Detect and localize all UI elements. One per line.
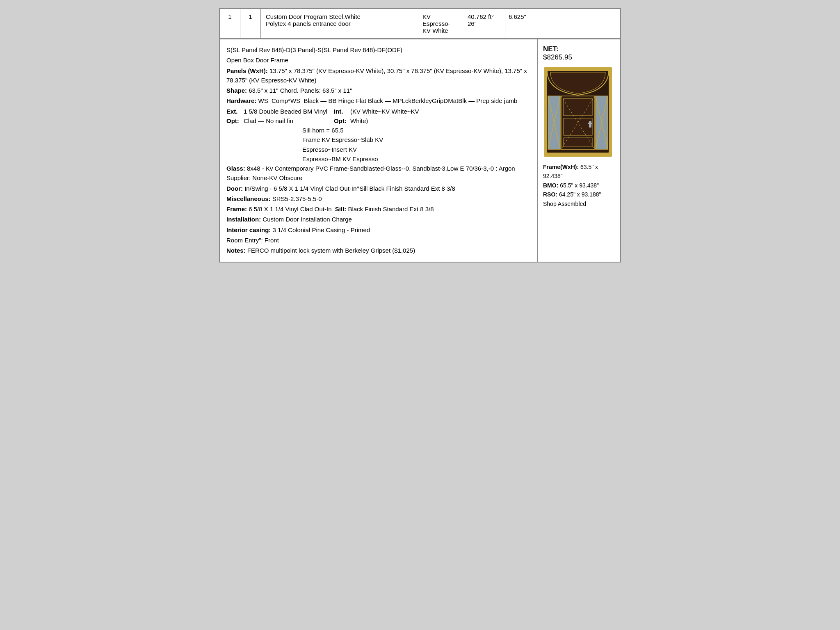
notes-line: Notes: FERCO multipoint lock system with… bbox=[226, 246, 531, 255]
door-line: Door: In/Swing - 6 5/8 X 1 1/4 Vinyl Cla… bbox=[226, 184, 531, 193]
svg-rect-11 bbox=[564, 138, 592, 147]
panels-line: Panels (WxH): 13.75" x 78.375" (KV Espre… bbox=[226, 66, 531, 85]
shop-assembled: Shop Assembled bbox=[543, 199, 615, 208]
glass-value: 8x48 - Kv Contemporary PVC Frame-Sandbla… bbox=[226, 165, 515, 181]
frame-wxh: Frame(WxH): 63.5" x 92.438" bbox=[543, 162, 615, 181]
finish-column: KV Espresso- KV White bbox=[419, 9, 464, 38]
ext-int-row: Ext. 1 5/8 Double Beaded BM Vinyl Int. (… bbox=[226, 107, 531, 116]
spec-line1: S(SL Panel Rev 848)-D(3 Panel)-S(SL Pane… bbox=[226, 45, 531, 55]
door-label: Door: bbox=[226, 185, 243, 192]
shape-line: Shape: 63.5" x 11" Chord. Panels: 63.5" … bbox=[226, 86, 531, 95]
frame-label: Frame: bbox=[226, 205, 247, 212]
side-info: Frame(WxH): 63.5" x 92.438" BMO: 65.5" x… bbox=[543, 162, 615, 208]
order-page: 1 1 Custom Door Program Steel.White Poly… bbox=[219, 8, 621, 262]
net-label: NET: bbox=[543, 45, 559, 53]
bmo-value: 65.5" x 93.438" bbox=[560, 182, 599, 189]
frame-sill-line: Frame: 6 5/8 X 1 1/4 Vinyl Clad Out-In S… bbox=[226, 204, 531, 214]
sill-horn-line: Sill horn = 65.5 bbox=[226, 126, 531, 135]
side-panel: NET: $8265.95 bbox=[538, 39, 620, 262]
panels-value: 13.75" x 78.375" (KV Espresso-KV White),… bbox=[226, 67, 527, 84]
opt-label: Opt: bbox=[226, 116, 244, 126]
interior-casing-line: Interior casing: 3 1/4 Colonial Pine Cas… bbox=[226, 225, 531, 235]
rso-value: 64.25" x 93.188" bbox=[559, 191, 601, 198]
misc-line: Miscellaneous: SRS5-2.375-5.5-0 bbox=[226, 194, 531, 203]
panels-label: Panels (WxH): bbox=[226, 67, 268, 74]
row-number-1: 1 bbox=[220, 9, 240, 38]
svg-rect-10 bbox=[564, 118, 592, 135]
detail-section: S(SL Panel Rev 848)-D(3 Panel)-S(SL Pane… bbox=[220, 39, 538, 262]
int-label: Int. bbox=[334, 107, 350, 116]
shape-label: Shape: bbox=[226, 87, 247, 94]
notes-label: Notes: bbox=[226, 247, 246, 254]
sill-label: Sill: bbox=[335, 205, 347, 212]
glass-line: Glass: 8x48 - Kv Contemporary PVC Frame-… bbox=[226, 164, 531, 183]
spec-line2: Open Box Door Frame bbox=[226, 55, 531, 65]
frame-value: 6 5/8 X 1 1/4 Vinyl Clad Out-In bbox=[249, 205, 331, 212]
opt-row: Opt: Clad — No nail fin Opt: White) bbox=[226, 116, 531, 126]
room-entry-line: Room Entry": Front bbox=[226, 235, 531, 245]
int-value: (KV White~KV White~KV bbox=[350, 107, 419, 116]
door-value: In/Swing - 6 5/8 X 1 1/4 Vinyl Clad Out-… bbox=[244, 185, 455, 192]
rso-label: RSO: bbox=[543, 191, 557, 198]
opt2-value: White) bbox=[350, 116, 368, 126]
hardware-value: WS_Comp*WS_Black — BB Hinge Flat Black —… bbox=[258, 97, 518, 104]
net-value: $8265.95 bbox=[543, 53, 572, 62]
shape-value: 63.5" x 11" Chord. Panels: 63.5" x 11" bbox=[249, 87, 352, 94]
opt-value: Clad — No nail fin bbox=[244, 116, 334, 126]
header-row: 1 1 Custom Door Program Steel.White Poly… bbox=[220, 9, 620, 39]
bmo-label: BMO: bbox=[543, 182, 558, 189]
svg-rect-13 bbox=[588, 123, 592, 124]
install-line: Installation: Custom Door Installation C… bbox=[226, 215, 531, 224]
ext-value: 1 5/8 Double Beaded BM Vinyl bbox=[244, 107, 334, 116]
frame-kv-line: Frame KV Espresso~Slab KV bbox=[226, 135, 531, 144]
ext-label: Ext. bbox=[226, 107, 244, 116]
misc-label: Miscellaneous: bbox=[226, 195, 271, 202]
sill-value: Black Finish Standard Ext 8 3/8 bbox=[348, 205, 434, 212]
bmo: BMO: 65.5" x 93.438" bbox=[543, 181, 615, 190]
opt2-label: Opt: bbox=[334, 116, 350, 126]
interior-casing-value: 3 1/4 Colonial Pine Casing - Primed bbox=[273, 226, 370, 233]
install-value: Custom Door Installation Charge bbox=[262, 216, 352, 223]
main-content-row: S(SL Panel Rev 848)-D(3 Panel)-S(SL Pane… bbox=[220, 39, 620, 262]
espresso-bm-line: Espresso~BM KV Espresso bbox=[226, 154, 531, 164]
misc-value: SRS5-2.375-5.5-0 bbox=[272, 195, 322, 202]
rso: RSO: 64.25" x 93.188" bbox=[543, 190, 615, 199]
glass-label: Glass: bbox=[226, 165, 245, 172]
espresso-insert-line: Espresso~Insert KV bbox=[226, 145, 531, 154]
hardware-label: Hardware: bbox=[226, 97, 256, 104]
install-label: Installation: bbox=[226, 216, 261, 223]
notes-value: FERCO multipoint lock system with Berkel… bbox=[247, 247, 415, 254]
row-number-2: 1 bbox=[240, 9, 261, 38]
product-description: Custom Door Program Steel.White Polytex … bbox=[261, 9, 419, 38]
interior-casing-label: Interior casing: bbox=[226, 226, 271, 233]
sqft-column: 40.762 ft² 26' bbox=[464, 9, 505, 38]
hardware-line: Hardware: WS_Comp*WS_Black — BB Hinge Fl… bbox=[226, 96, 531, 105]
dimension-column: 6.625" bbox=[505, 9, 538, 38]
door-illustration bbox=[543, 66, 613, 157]
extra-column bbox=[538, 9, 620, 38]
frame-wxh-label: Frame(WxH): bbox=[543, 164, 579, 170]
